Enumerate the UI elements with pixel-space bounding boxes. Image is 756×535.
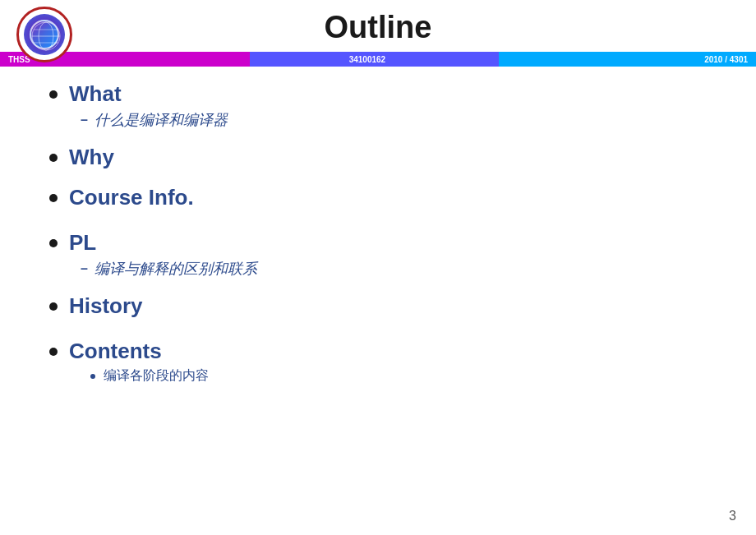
sub-label-contents-0: 编译各阶段的内容 — [104, 367, 209, 385]
bullet-dot-history — [49, 302, 58, 311]
header-bar-right: 2010 / 4301 — [704, 55, 748, 64]
bullet-main-what: What — [49, 81, 707, 107]
sub-item-contents-0: 编译各阶段的内容 — [49, 367, 707, 385]
sub-label-pl-0: 编译与解释的区别和联系 — [94, 259, 257, 279]
university-logo — [16, 7, 74, 64]
bullet-course-info: Course Info. — [49, 185, 707, 210]
bullet-main-course-info: Course Info. — [49, 185, 707, 210]
sub-item-what-0: – 什么是编译和编译器 — [49, 110, 707, 130]
bullet-history: History — [49, 293, 707, 319]
bullet-why: Why — [49, 145, 707, 170]
bullet-main-contents: Contents — [49, 339, 707, 364]
bullet-dot-course-info — [49, 194, 58, 202]
bullet-contents: Contents 编译各阶段的内容 — [49, 339, 707, 385]
bullet-label-contents: Contents — [69, 339, 162, 364]
bullet-main-history: History — [49, 293, 707, 319]
bullet-main-pl: PL — [49, 230, 707, 256]
bullet-label-course-info: Course Info. — [69, 185, 194, 210]
sub-dash-pl-0: – — [81, 261, 88, 276]
slide: Outline THSS 34100162 2010 / 4301 What –… — [0, 0, 756, 535]
sub-label-what-0: 什么是编译和编译器 — [94, 110, 228, 130]
bullet-main-why: Why — [49, 145, 707, 170]
bullet-dot-contents — [49, 348, 58, 356]
bullet-dot-why — [49, 154, 58, 162]
sub-item-pl-0: – 编译与解释的区别和联系 — [49, 259, 707, 279]
page-number: 3 — [729, 509, 736, 523]
bullet-what: What – 什么是编译和编译器 — [49, 81, 707, 130]
bullet-dot-what — [49, 90, 58, 99]
header-bar-center: 34100162 — [349, 55, 386, 64]
bullet-pl: PL – 编译与解释的区别和联系 — [49, 230, 707, 279]
bullet-label-pl: PL — [69, 230, 96, 256]
bullet-label-history: History — [69, 293, 143, 319]
slide-content: What – 什么是编译和编译器 Why Course Info. — [0, 67, 756, 408]
header-bar: THSS 34100162 2010 / 4301 — [0, 52, 756, 67]
slide-title: Outline — [325, 10, 432, 45]
slide-header: Outline — [0, 0, 756, 45]
bullet-label-why: Why — [69, 145, 114, 170]
bullet-label-what: What — [69, 81, 122, 107]
sub-dash-what-0: – — [81, 113, 88, 127]
bullet-dot-pl — [49, 239, 58, 247]
sub-dot-contents-0 — [90, 374, 95, 379]
